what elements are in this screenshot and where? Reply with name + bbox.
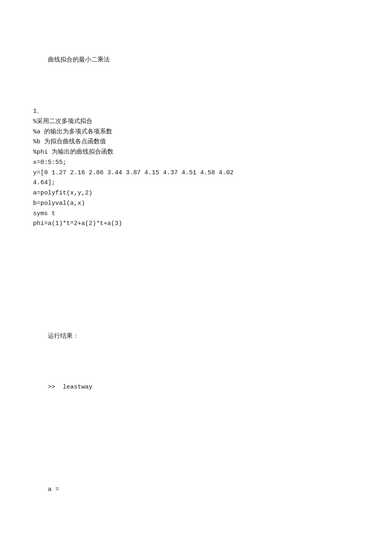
code-line-7: y=[0 1.27 2.16 2.86 3.44 3.87 4.15 4.37 … <box>33 169 234 176</box>
code-line-9: a=polyfit(x,y,2) <box>33 190 92 197</box>
run-label: 运行结果： <box>33 321 359 352</box>
main-content: 曲线拟合的最小二乘法 1、 %采用二次多项式拟合 %a 的输出为多项式各项系数 … <box>33 25 359 555</box>
code-line-10: b=polyval(a,x) <box>33 200 85 207</box>
page-title: 曲线拟合的最小二乘法 <box>48 57 110 64</box>
a-label-line: a = <box>33 474 359 505</box>
code-line-4: %b 为拟合曲线各点函数值 <box>33 138 106 145</box>
code-section: 1、 %采用二次多项式拟合 %a 的输出为多项式各项系数 %b 为拟合曲线各点函… <box>33 96 359 249</box>
code-line-11: syms t <box>33 210 55 217</box>
title-line: 曲线拟合的最小二乘法 <box>33 45 359 76</box>
blank-line-3 <box>33 536 359 546</box>
blank-line-1 <box>33 280 359 291</box>
code-line-3: %a 的输出为多项式各项系数 <box>33 128 112 135</box>
code-line-2: %采用二次多项式拟合 <box>33 118 92 125</box>
code-line-12: phi=a(1)*t^2+a(2)*t+a(3) <box>33 220 122 227</box>
code-line-8: 4.64]; <box>33 179 55 186</box>
code-line-5: %phi 为输出的曲线拟合函数 <box>33 149 113 156</box>
command-line: >> leastway <box>33 372 359 403</box>
code-line-1: 1、 <box>33 108 43 115</box>
code-line-6: x=0:5:55; <box>33 159 66 166</box>
blank-line-2 <box>33 434 359 444</box>
